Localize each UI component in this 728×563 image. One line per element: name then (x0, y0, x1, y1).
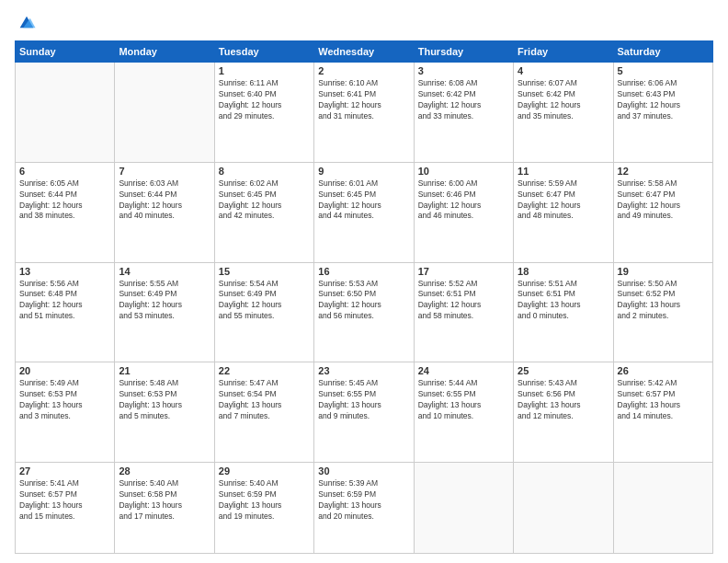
day-info: Sunrise: 5:41 AM Sunset: 6:57 PM Dayligh… (19, 478, 110, 523)
day-number: 7 (119, 166, 210, 177)
day-number: 24 (418, 365, 509, 376)
day-number: 14 (119, 266, 210, 277)
calendar-cell: 8Sunrise: 6:02 AM Sunset: 6:45 PM Daylig… (214, 162, 313, 262)
calendar-cell: 11Sunrise: 5:59 AM Sunset: 6:47 PM Dayli… (514, 162, 613, 262)
day-number: 20 (19, 365, 110, 376)
day-number: 15 (219, 266, 310, 277)
calendar-cell: 19Sunrise: 5:50 AM Sunset: 6:52 PM Dayli… (613, 262, 712, 362)
day-info: Sunrise: 5:39 AM Sunset: 6:59 PM Dayligh… (318, 478, 409, 523)
calendar-cell: 29Sunrise: 5:40 AM Sunset: 6:59 PM Dayli… (214, 463, 313, 554)
calendar-cell: 5Sunrise: 6:06 AM Sunset: 6:43 PM Daylig… (613, 63, 712, 163)
day-info: Sunrise: 6:06 AM Sunset: 6:43 PM Dayligh… (618, 78, 709, 122)
day-number: 26 (618, 365, 709, 376)
day-info: Sunrise: 5:50 AM Sunset: 6:52 PM Dayligh… (618, 279, 709, 323)
day-info: Sunrise: 5:53 AM Sunset: 6:50 PM Dayligh… (318, 279, 409, 323)
day-number: 28 (119, 465, 210, 477)
day-number: 12 (618, 166, 709, 177)
day-number: 11 (518, 166, 609, 177)
calendar-cell: 3Sunrise: 6:08 AM Sunset: 6:42 PM Daylig… (414, 63, 513, 163)
calendar-cell: 25Sunrise: 5:43 AM Sunset: 6:56 PM Dayli… (514, 362, 613, 463)
day-number: 2 (318, 65, 409, 76)
day-number: 8 (219, 166, 310, 177)
day-number: 6 (19, 166, 110, 177)
calendar-cell: 18Sunrise: 5:51 AM Sunset: 6:51 PM Dayli… (514, 262, 613, 362)
day-number: 9 (318, 166, 409, 177)
logo-icon (17, 13, 37, 33)
day-header-friday: Friday (514, 41, 613, 63)
calendar-header-row: SundayMondayTuesdayWednesdayThursdayFrid… (16, 41, 713, 63)
day-info: Sunrise: 5:49 AM Sunset: 6:53 PM Dayligh… (19, 378, 110, 422)
day-info: Sunrise: 5:58 AM Sunset: 6:47 PM Dayligh… (618, 178, 709, 223)
day-info: Sunrise: 5:44 AM Sunset: 6:55 PM Dayligh… (418, 378, 509, 422)
day-info: Sunrise: 6:05 AM Sunset: 6:44 PM Dayligh… (19, 178, 110, 223)
day-number: 13 (19, 266, 110, 277)
day-number: 29 (219, 465, 310, 477)
calendar-cell: 4Sunrise: 6:07 AM Sunset: 6:42 PM Daylig… (514, 63, 613, 163)
day-header-wednesday: Wednesday (314, 41, 414, 63)
day-info: Sunrise: 6:08 AM Sunset: 6:42 PM Dayligh… (418, 78, 509, 122)
day-info: Sunrise: 5:59 AM Sunset: 6:47 PM Dayligh… (518, 178, 609, 223)
day-number: 18 (518, 266, 609, 277)
calendar-cell (514, 463, 613, 554)
day-header-saturday: Saturday (613, 41, 712, 63)
day-info: Sunrise: 5:48 AM Sunset: 6:53 PM Dayligh… (119, 378, 210, 422)
day-info: Sunrise: 6:03 AM Sunset: 6:44 PM Dayligh… (119, 178, 210, 223)
calendar-cell: 17Sunrise: 5:52 AM Sunset: 6:51 PM Dayli… (414, 262, 513, 362)
day-number: 16 (318, 266, 409, 277)
calendar-cell: 23Sunrise: 5:45 AM Sunset: 6:55 PM Dayli… (314, 362, 414, 463)
calendar-cell (414, 463, 513, 554)
day-number: 22 (219, 365, 310, 376)
logo (15, 13, 37, 33)
calendar-cell: 15Sunrise: 5:54 AM Sunset: 6:49 PM Dayli… (214, 262, 313, 362)
calendar-cell: 13Sunrise: 5:56 AM Sunset: 6:48 PM Dayli… (16, 262, 115, 362)
day-info: Sunrise: 5:55 AM Sunset: 6:49 PM Dayligh… (119, 279, 210, 323)
day-number: 3 (418, 65, 509, 76)
day-number: 4 (518, 65, 609, 76)
page: SundayMondayTuesdayWednesdayThursdayFrid… (0, 0, 728, 563)
calendar-cell: 6Sunrise: 6:05 AM Sunset: 6:44 PM Daylig… (16, 162, 115, 262)
calendar-cell: 10Sunrise: 6:00 AM Sunset: 6:46 PM Dayli… (414, 162, 513, 262)
calendar-cell: 20Sunrise: 5:49 AM Sunset: 6:53 PM Dayli… (16, 362, 115, 463)
day-info: Sunrise: 6:00 AM Sunset: 6:46 PM Dayligh… (418, 178, 509, 223)
day-info: Sunrise: 6:10 AM Sunset: 6:41 PM Dayligh… (318, 78, 409, 122)
day-info: Sunrise: 5:40 AM Sunset: 6:58 PM Dayligh… (119, 478, 210, 523)
calendar-cell: 14Sunrise: 5:55 AM Sunset: 6:49 PM Dayli… (115, 262, 214, 362)
day-number: 30 (318, 465, 409, 477)
calendar-cell: 7Sunrise: 6:03 AM Sunset: 6:44 PM Daylig… (115, 162, 214, 262)
day-info: Sunrise: 5:45 AM Sunset: 6:55 PM Dayligh… (318, 378, 409, 422)
calendar-week-row: 6Sunrise: 6:05 AM Sunset: 6:44 PM Daylig… (16, 162, 713, 262)
day-number: 10 (418, 166, 509, 177)
calendar-cell: 22Sunrise: 5:47 AM Sunset: 6:54 PM Dayli… (214, 362, 313, 463)
day-number: 19 (618, 266, 709, 277)
calendar-cell: 16Sunrise: 5:53 AM Sunset: 6:50 PM Dayli… (314, 262, 414, 362)
day-info: Sunrise: 6:11 AM Sunset: 6:40 PM Dayligh… (219, 78, 310, 122)
day-info: Sunrise: 5:43 AM Sunset: 6:56 PM Dayligh… (518, 378, 609, 422)
calendar-cell: 2Sunrise: 6:10 AM Sunset: 6:41 PM Daylig… (314, 63, 414, 163)
day-number: 1 (219, 65, 310, 76)
calendar-cell: 24Sunrise: 5:44 AM Sunset: 6:55 PM Dayli… (414, 362, 513, 463)
day-info: Sunrise: 6:01 AM Sunset: 6:45 PM Dayligh… (318, 178, 409, 223)
day-header-thursday: Thursday (414, 41, 513, 63)
calendar-week-row: 27Sunrise: 5:41 AM Sunset: 6:57 PM Dayli… (16, 463, 713, 554)
day-info: Sunrise: 5:52 AM Sunset: 6:51 PM Dayligh… (418, 279, 509, 323)
day-header-sunday: Sunday (16, 41, 115, 63)
calendar-week-row: 13Sunrise: 5:56 AM Sunset: 6:48 PM Dayli… (16, 262, 713, 362)
calendar-week-row: 20Sunrise: 5:49 AM Sunset: 6:53 PM Dayli… (16, 362, 713, 463)
day-info: Sunrise: 5:42 AM Sunset: 6:57 PM Dayligh… (618, 378, 709, 422)
calendar-table: SundayMondayTuesdayWednesdayThursdayFrid… (15, 40, 713, 554)
day-number: 23 (318, 365, 409, 376)
header (15, 13, 713, 33)
day-info: Sunrise: 5:40 AM Sunset: 6:59 PM Dayligh… (219, 478, 310, 523)
day-header-monday: Monday (115, 41, 214, 63)
calendar-cell (613, 463, 712, 554)
day-info: Sunrise: 5:56 AM Sunset: 6:48 PM Dayligh… (19, 279, 110, 323)
calendar-cell: 9Sunrise: 6:01 AM Sunset: 6:45 PM Daylig… (314, 162, 414, 262)
day-info: Sunrise: 6:07 AM Sunset: 6:42 PM Dayligh… (518, 78, 609, 122)
calendar-cell: 27Sunrise: 5:41 AM Sunset: 6:57 PM Dayli… (16, 463, 115, 554)
day-number: 21 (119, 365, 210, 376)
day-info: Sunrise: 5:51 AM Sunset: 6:51 PM Dayligh… (518, 279, 609, 323)
day-number: 27 (19, 465, 110, 477)
day-info: Sunrise: 5:47 AM Sunset: 6:54 PM Dayligh… (219, 378, 310, 422)
calendar-cell: 21Sunrise: 5:48 AM Sunset: 6:53 PM Dayli… (115, 362, 214, 463)
calendar-cell: 12Sunrise: 5:58 AM Sunset: 6:47 PM Dayli… (613, 162, 712, 262)
